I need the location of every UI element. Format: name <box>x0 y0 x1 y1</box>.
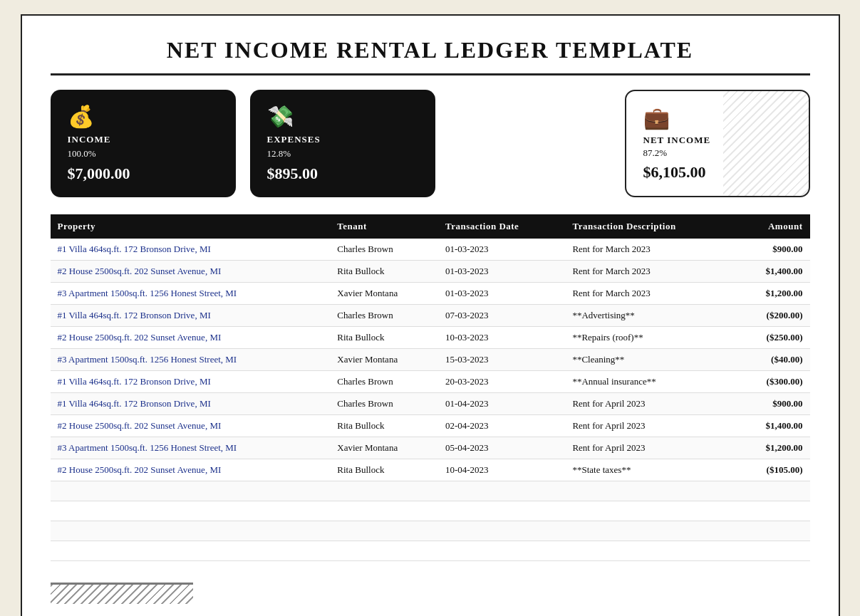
cell-date: 15-03-2023 <box>438 349 566 371</box>
cell-tenant: Xavier Montana <box>330 283 438 305</box>
cell-property: #1 Villa 464sq.ft. 172 Bronson Drive, MI <box>51 239 331 261</box>
income-amount: $7,000.00 <box>68 165 214 183</box>
cell-tenant: Xavier Montana <box>330 437 438 459</box>
cell-property: #2 House 2500sq.ft. 202 Sunset Avenue, M… <box>51 459 331 481</box>
cell-amount: ($300.00) <box>735 371 809 393</box>
cell-amount: ($105.00) <box>735 459 809 481</box>
property-link[interactable]: #2 House 2500sq.ft. 202 Sunset Avenue, M… <box>58 420 222 431</box>
cell-date: 05-04-2023 <box>438 437 566 459</box>
cell-property: #1 Villa 464sq.ft. 172 Bronson Drive, MI <box>51 305 331 327</box>
table-row: #2 House 2500sq.ft. 202 Sunset Avenue, M… <box>51 459 810 481</box>
table-row: #1 Villa 464sq.ft. 172 Bronson Drive, MI… <box>51 393 810 415</box>
cell-date: 01-03-2023 <box>438 261 566 283</box>
empty-row <box>51 541 810 561</box>
table-row: #3 Apartment 1500sq.ft. 1256 Honest Stre… <box>51 437 810 459</box>
cell-tenant: Rita Bullock <box>330 261 438 283</box>
cell-tenant: Rita Bullock <box>330 459 438 481</box>
cell-date: 10-03-2023 <box>438 327 566 349</box>
property-link[interactable]: #1 Villa 464sq.ft. 172 Bronson Drive, MI <box>58 244 211 254</box>
expenses-label: EXPENSES <box>267 134 414 145</box>
empty-row <box>51 481 810 501</box>
property-link[interactable]: #3 Apartment 1500sq.ft. 1256 Honest Stre… <box>58 354 237 365</box>
cell-tenant: Charles Brown <box>330 393 438 415</box>
table-header-row: Property Tenant Transaction Date Transac… <box>51 214 810 239</box>
cell-tenant: Charles Brown <box>330 239 438 261</box>
expenses-icon: 💸 <box>267 104 414 129</box>
cell-description: Rent for March 2023 <box>565 261 735 283</box>
income-pct: 100.0% <box>68 148 214 160</box>
cell-description: Rent for March 2023 <box>565 283 735 305</box>
income-card: 💰 INCOME 100.0% $7,000.00 <box>51 90 236 197</box>
table-row: #3 Apartment 1500sq.ft. 1256 Honest Stre… <box>51 349 810 371</box>
cell-date: 01-04-2023 <box>438 393 566 415</box>
net-income-card: 💼 NET INCOME 87.2% $6,105.00 <box>625 90 810 197</box>
property-link[interactable]: #1 Villa 464sq.ft. 172 Bronson Drive, MI <box>58 376 211 387</box>
table-row: #3 Apartment 1500sq.ft. 1256 Honest Stre… <box>51 283 810 305</box>
table-row: #1 Villa 464sq.ft. 172 Bronson Drive, MI… <box>51 239 810 261</box>
cell-date: 02-04-2023 <box>438 415 566 437</box>
cell-date: 20-03-2023 <box>438 371 566 393</box>
net-income-amount: $6,105.00 <box>643 163 787 182</box>
cell-description: **Advertising** <box>565 305 735 327</box>
property-link[interactable]: #1 Villa 464sq.ft. 172 Bronson Drive, MI <box>58 310 211 320</box>
cell-description: **Cleaning** <box>565 349 735 371</box>
cell-amount: ($40.00) <box>735 349 809 371</box>
bottom-hatch-decoration <box>51 583 193 604</box>
income-label: INCOME <box>68 134 214 145</box>
table-row: #1 Villa 464sq.ft. 172 Bronson Drive, MI… <box>51 371 810 393</box>
cell-description: Rent for April 2023 <box>565 393 735 415</box>
cell-property: #2 House 2500sq.ft. 202 Sunset Avenue, M… <box>51 261 331 283</box>
property-link[interactable]: #2 House 2500sq.ft. 202 Sunset Avenue, M… <box>58 332 222 343</box>
expenses-pct: 12.8% <box>267 148 414 160</box>
empty-row <box>51 501 810 521</box>
property-link[interactable]: #2 House 2500sq.ft. 202 Sunset Avenue, M… <box>58 464 222 475</box>
card-spacer <box>450 90 611 197</box>
property-link[interactable]: #3 Apartment 1500sq.ft. 1256 Honest Stre… <box>58 288 237 298</box>
table-row: #2 House 2500sq.ft. 202 Sunset Avenue, M… <box>51 261 810 283</box>
cell-amount: ($250.00) <box>735 327 809 349</box>
summary-cards: 💰 INCOME 100.0% $7,000.00 💸 EXPENSES 12.… <box>51 90 810 197</box>
page-container: NET INCOME RENTAL LEDGER TEMPLATE 💰 INCO… <box>21 14 840 616</box>
title-section: NET INCOME RENTAL LEDGER TEMPLATE <box>51 37 810 75</box>
cell-description: Rent for March 2023 <box>565 239 735 261</box>
cell-tenant: Charles Brown <box>330 371 438 393</box>
net-income-pct: 87.2% <box>643 147 787 159</box>
cell-description: Rent for April 2023 <box>565 415 735 437</box>
ledger-table: Property Tenant Transaction Date Transac… <box>51 214 810 561</box>
cell-tenant: Rita Bullock <box>330 327 438 349</box>
cell-date: 10-04-2023 <box>438 459 566 481</box>
col-property: Property <box>51 214 331 239</box>
col-description: Transaction Description <box>565 214 735 239</box>
cell-tenant: Charles Brown <box>330 305 438 327</box>
cell-amount: $1,200.00 <box>735 283 809 305</box>
col-amount: Amount <box>735 214 809 239</box>
cell-property: #3 Apartment 1500sq.ft. 1256 Honest Stre… <box>51 437 331 459</box>
income-icon: 💰 <box>68 104 214 129</box>
cell-description: **Repairs (roof)** <box>565 327 735 349</box>
cell-amount: ($200.00) <box>735 305 809 327</box>
cell-description: Rent for April 2023 <box>565 437 735 459</box>
cell-amount: $900.00 <box>735 239 809 261</box>
cell-property: #1 Villa 464sq.ft. 172 Bronson Drive, MI <box>51 393 331 415</box>
property-link[interactable]: #3 Apartment 1500sq.ft. 1256 Honest Stre… <box>58 442 237 453</box>
net-income-icon: 💼 <box>643 105 787 130</box>
cell-property: #2 House 2500sq.ft. 202 Sunset Avenue, M… <box>51 415 331 437</box>
table-row: #2 House 2500sq.ft. 202 Sunset Avenue, M… <box>51 327 810 349</box>
expenses-amount: $895.00 <box>267 165 414 183</box>
cell-description: **State taxes** <box>565 459 735 481</box>
cell-property: #1 Villa 464sq.ft. 172 Bronson Drive, MI <box>51 371 331 393</box>
expenses-card: 💸 EXPENSES 12.8% $895.00 <box>250 90 435 197</box>
cell-amount: $1,400.00 <box>735 261 809 283</box>
table-row: #2 House 2500sq.ft. 202 Sunset Avenue, M… <box>51 415 810 437</box>
page-title: NET INCOME RENTAL LEDGER TEMPLATE <box>51 37 810 63</box>
net-income-label: NET INCOME <box>643 135 787 146</box>
empty-row <box>51 521 810 541</box>
cell-amount: $1,400.00 <box>735 415 809 437</box>
col-tenant: Tenant <box>330 214 438 239</box>
table-row: #1 Villa 464sq.ft. 172 Bronson Drive, MI… <box>51 305 810 327</box>
cell-property: #3 Apartment 1500sq.ft. 1256 Honest Stre… <box>51 283 331 305</box>
property-link[interactable]: #2 House 2500sq.ft. 202 Sunset Avenue, M… <box>58 266 222 276</box>
property-link[interactable]: #1 Villa 464sq.ft. 172 Bronson Drive, MI <box>58 398 211 409</box>
cell-amount: $1,200.00 <box>735 437 809 459</box>
cell-date: 01-03-2023 <box>438 239 566 261</box>
